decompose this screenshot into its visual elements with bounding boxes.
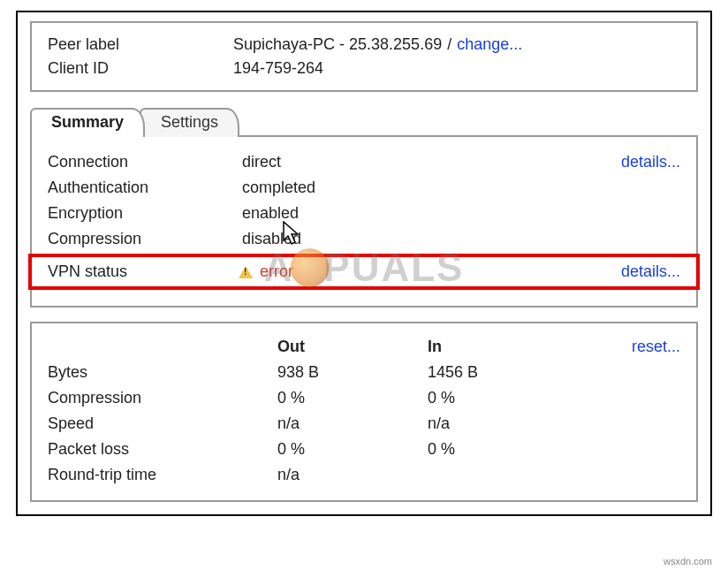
speed-row: Speed n/a n/a (48, 411, 680, 437)
attribution-text: wsxdn.com (664, 556, 712, 566)
packet-loss-in: 0 % (428, 440, 578, 459)
peer-label-label: Peer label (48, 35, 233, 54)
reset-link[interactable]: reset... (578, 338, 680, 356)
tab-settings-label: Settings (161, 113, 218, 131)
connection-details-link[interactable]: details... (592, 153, 680, 171)
client-id-row: Client ID 194-759-264 (48, 59, 680, 78)
vpn-status-label: VPN status (48, 262, 239, 281)
speed-label: Speed (48, 414, 277, 433)
packet-loss-out: 0 % (277, 440, 428, 459)
stats-panel: Out In reset... Bytes 938 B 1456 B Compr… (30, 322, 698, 502)
rtt-label: Round-trip time (48, 466, 277, 484)
bytes-out: 938 B (277, 363, 428, 382)
rtt-row: Round-trip time n/a (48, 462, 680, 488)
tab-settings[interactable]: Settings (140, 108, 239, 137)
authentication-value: completed (242, 179, 592, 197)
info-panel: Peer label Supichaya-PC - 25.38.255.69 /… (30, 21, 698, 92)
compression-out: 0 % (277, 389, 428, 407)
bytes-label: Bytes (48, 363, 277, 382)
tab-bar: Summary Settings (30, 108, 698, 137)
compression-in: 0 % (428, 389, 578, 407)
peer-label-row: Peer label Supichaya-PC - 25.38.255.69 /… (48, 35, 680, 54)
vpn-status-value: error (260, 262, 293, 281)
rtt-out: n/a (277, 466, 428, 484)
connection-value: direct (242, 153, 592, 171)
speed-in: n/a (428, 414, 578, 433)
client-id-value: 194-759-264 (233, 59, 323, 78)
encryption-value: enabled (242, 204, 592, 223)
authentication-row: Authentication completed (48, 175, 680, 201)
compression-stats-label: Compression (48, 389, 277, 407)
packet-loss-label: Packet loss (48, 440, 277, 459)
vpn-details-link[interactable]: details... (592, 262, 680, 281)
bytes-row: Bytes 938 B 1456 B (48, 360, 680, 385)
packet-loss-row: Packet loss 0 % 0 % (48, 437, 680, 462)
change-link[interactable]: change... (457, 35, 522, 54)
out-header: Out (277, 338, 428, 356)
tab-summary[interactable]: Summary (30, 108, 145, 137)
separator: / (447, 35, 451, 54)
window-frame: Peer label Supichaya-PC - 25.38.255.69 /… (16, 11, 712, 516)
connection-label: Connection (48, 153, 242, 171)
compression-stats-row: Compression 0 % 0 % (48, 385, 680, 411)
authentication-label: Authentication (48, 179, 242, 197)
encryption-row: Encryption enabled (48, 201, 680, 226)
warning-icon (239, 266, 253, 278)
compression-label: Compression (48, 230, 242, 248)
tab-container: Summary Settings Connection direct detai… (30, 108, 698, 308)
tab-summary-label: Summary (51, 113, 124, 131)
connection-row: Connection direct details... (48, 149, 680, 175)
stats-header: Out In reset... (48, 334, 680, 360)
vpn-status-row: VPN status error details... (28, 254, 700, 290)
encryption-label: Encryption (48, 204, 242, 223)
compression-value: disabled (242, 230, 592, 248)
peer-label-value: Supichaya-PC - 25.38.255.69 (233, 35, 442, 54)
speed-out: n/a (277, 414, 428, 433)
bytes-in: 1456 B (428, 363, 578, 382)
client-id-label: Client ID (48, 59, 233, 78)
in-header: In (428, 338, 578, 356)
compression-row: Compression disabled (48, 226, 680, 252)
summary-panel: Connection direct details... Authenticat… (30, 135, 698, 308)
